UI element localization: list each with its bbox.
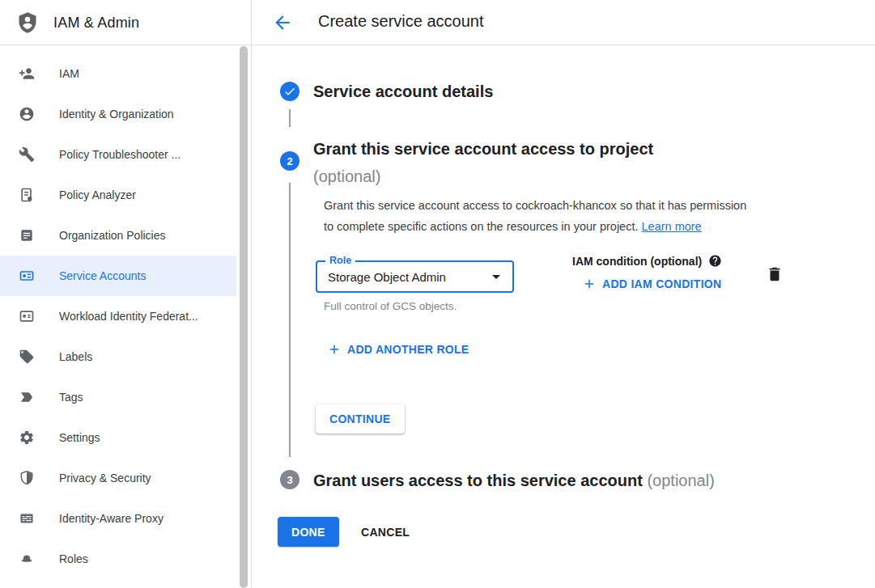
sidebar-item-label: Labels [59, 350, 92, 363]
sidebar-item-policy-analyzer[interactable]: Policy Analyzer [0, 175, 236, 215]
back-button[interactable] [272, 12, 293, 33]
sidebar-item-label: Tags [59, 391, 83, 404]
learn-more-link[interactable]: Learn more [642, 220, 702, 233]
step-connector [289, 109, 291, 127]
sidebar-item-label: IAM [59, 67, 79, 80]
delete-role-button[interactable] [766, 265, 784, 283]
role-field-label: Role [325, 255, 355, 266]
sidebar-item-label: Workload Identity Federat... [59, 310, 198, 323]
sidebar-item-identity-organization[interactable]: Identity & Organization [0, 94, 236, 134]
iam-condition-label-text: IAM condition (optional) [572, 255, 702, 268]
sidebar-item-iam[interactable]: IAM [0, 53, 236, 94]
trash-icon [766, 265, 784, 283]
shield-icon [19, 470, 35, 486]
step-1-title[interactable]: Service account details [313, 80, 493, 103]
policy-analyzer-icon [19, 187, 35, 203]
label-important-icon [19, 389, 35, 405]
add-another-role-button[interactable]: ADD ANOTHER ROLE [327, 342, 469, 357]
sidebar-item-label: Identity & Organization [59, 108, 174, 121]
sidebar-item-policy-troubleshooter[interactable]: Policy Troubleshooter ... [0, 134, 236, 175]
sidebar-item-service-accounts[interactable]: Service Accounts [0, 256, 236, 296]
step-3-optional-text: (optional) [647, 472, 714, 489]
sidebar-item-label: Policy Troubleshooter ... [59, 148, 181, 161]
sidebar-item-privacy-security[interactable]: Privacy & Security [0, 458, 236, 498]
step-1-complete-badge [280, 82, 299, 101]
step-2-optional-text: (optional) [313, 163, 653, 190]
help-icon[interactable] [708, 254, 722, 268]
label-tag-icon [19, 349, 35, 365]
sidebar-item-roles[interactable]: Roles [0, 539, 236, 579]
sidebar-item-label: Organization Policies [59, 229, 166, 242]
continue-button[interactable]: CONTINUE [316, 404, 405, 434]
add-iam-condition-button[interactable]: ADD IAM CONDITION [582, 277, 721, 291]
step-3-title: Grant users access to this service accou… [313, 470, 715, 491]
sidebar-divider [251, 0, 252, 588]
sidebar-item-label: Roles [59, 552, 88, 565]
sidebar-item-label: Service Accounts [59, 269, 146, 282]
description-line-1: Grant this service account access to coc… [324, 196, 826, 217]
account-circle-icon [19, 106, 35, 122]
back-arrow-icon [272, 12, 293, 33]
step-2-description: Grant this service account access to coc… [324, 196, 826, 237]
dropdown-caret-icon [486, 267, 506, 286]
identity-aware-proxy-icon [19, 510, 35, 527]
sidebar-item-label: Identity-Aware Proxy [59, 512, 164, 525]
page-title: Create service account [318, 12, 484, 31]
roles-hat-icon [19, 551, 35, 567]
plus-icon [327, 342, 342, 357]
step-3-title-text: Grant users access to this service accou… [313, 472, 643, 489]
step-3-number: 3 [287, 474, 292, 486]
cancel-button[interactable]: CANCEL [361, 517, 410, 547]
iam-admin-logo-icon [16, 11, 39, 35]
sidebar: IAM Identity & Organization Policy Troub… [0, 46, 251, 588]
step-2-badge: 2 [280, 151, 299, 171]
sidebar-item-organization-policies[interactable]: Organization Policies [0, 215, 236, 256]
sidebar-scrollbar[interactable] [240, 46, 248, 588]
sidebar-item-identity-aware-proxy[interactable]: Identity-Aware Proxy [0, 498, 236, 539]
step-3-badge: 3 [280, 470, 299, 489]
sidebar-item-settings[interactable]: Settings [0, 417, 236, 458]
app-title: IAM & Admin [53, 15, 139, 32]
wrench-icon [19, 146, 35, 163]
description-line-2: to complete specific actions on the reso… [324, 220, 638, 233]
add-iam-condition-label: ADD IAM CONDITION [602, 277, 721, 290]
sidebar-item-label: Policy Analyzer [59, 188, 136, 201]
iam-admin-brand: IAM & Admin [16, 0, 139, 45]
step-2-title: Grant this service account access to pro… [313, 135, 653, 190]
done-button[interactable]: DONE [278, 517, 339, 547]
id-card-icon [19, 308, 35, 324]
top-bar: IAM & Admin Create service account [0, 0, 875, 45]
role-selected-value: Storage Object Admin [328, 270, 446, 284]
document-lines-icon [19, 227, 35, 243]
check-icon [283, 85, 296, 98]
sidebar-item-label: Settings [59, 431, 100, 444]
sidebar-item-label: Privacy & Security [59, 472, 151, 484]
iam-condition-label: IAM condition (optional) [572, 254, 722, 268]
add-another-role-label: ADD ANOTHER ROLE [347, 343, 469, 356]
step-connector [289, 183, 291, 457]
role-helper-text: Full control of GCS objects. [324, 300, 457, 312]
iam-admin-app: IAM & Admin Create service account IAM I… [0, 0, 875, 588]
sidebar-item-tags[interactable]: Tags [0, 377, 236, 417]
sidebar-item-workload-identity-federation[interactable]: Workload Identity Federat... [0, 296, 236, 336]
plus-icon [582, 277, 597, 291]
step-2-number: 2 [287, 155, 292, 167]
person-add-icon [19, 66, 35, 82]
gear-icon [19, 429, 35, 446]
sidebar-item-labels[interactable]: Labels [0, 336, 236, 377]
step-2-title-text: Grant this service account access to pro… [313, 135, 653, 163]
role-select[interactable]: Role Storage Object Admin [316, 260, 514, 293]
service-account-icon [19, 268, 35, 284]
